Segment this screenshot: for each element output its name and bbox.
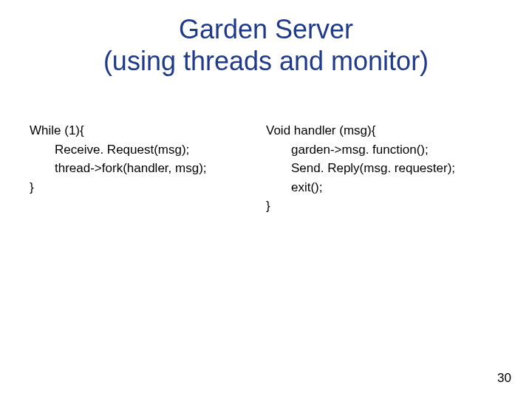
code-line: exit(); xyxy=(266,178,502,197)
title-line-2: (using threads and monitor) xyxy=(0,45,532,77)
code-line: Void handler (msg){ xyxy=(266,121,502,140)
slide-content: While (1){ Receive. Request(msg); thread… xyxy=(0,121,532,216)
code-line: thread->fork(handler, msg); xyxy=(30,159,266,178)
slide-title: Garden Server (using threads and monitor… xyxy=(0,13,532,77)
code-line: While (1){ xyxy=(30,121,266,140)
title-line-1: Garden Server xyxy=(0,13,532,45)
code-line: Receive. Request(msg); xyxy=(30,140,266,160)
code-line: } xyxy=(266,197,502,216)
page-number: 30 xyxy=(497,371,511,386)
right-code-block: Void handler (msg){ garden->msg. functio… xyxy=(266,121,502,216)
code-line: } xyxy=(30,178,266,197)
code-line: garden->msg. function(); xyxy=(266,140,502,160)
code-line: Send. Reply(msg. requester); xyxy=(266,159,502,178)
left-code-block: While (1){ Receive. Request(msg); thread… xyxy=(30,121,266,216)
